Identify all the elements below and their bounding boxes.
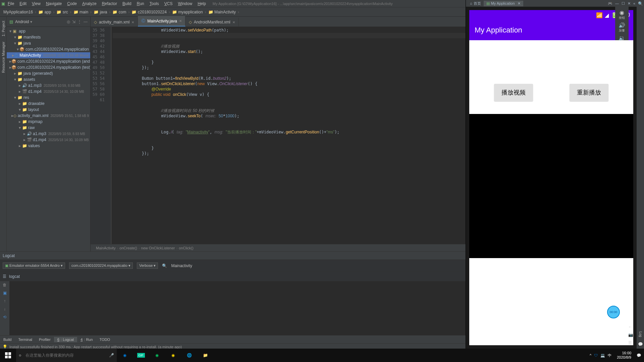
tree-node[interactable]: ▾📦com.c201801020224.myapplication [7,46,90,52]
breadcrumb-item[interactable]: 📁 java [93,10,108,14]
tree-node[interactable]: ▸📦com.c201801020224.myapplication (test) [7,64,90,70]
device-selector[interactable]: ▣ Emulator emulator-5554 Andro ▾ [3,262,65,269]
tray-chevron-icon[interactable]: ^ [590,353,591,357]
tree-node[interactable]: ▸📁java (generated) [7,70,90,76]
bottom-tab[interactable]: TODO [96,337,114,342]
taskbar-search[interactable]: ○ 🎤 [16,349,117,362]
bottom-tab[interactable]: 6: Logcat [54,337,77,342]
emu-tab-app[interactable]: ▤My Application✕ [484,1,523,6]
emu-max-icon[interactable]: ☐ [622,1,625,6]
tree-node[interactable]: ▾📁raw [7,125,90,131]
menu-help[interactable]: Help [195,1,209,7]
tree-node[interactable]: ▸📦com.c201801020224.myapplication (andro… [7,58,90,64]
editor-tab[interactable]: ◇AndroidManifest.xml✕ [185,18,239,26]
fold-gutter[interactable] [107,27,111,244]
crumb-item[interactable]: onClick() [177,246,195,250]
menu-edit[interactable]: Edit [17,1,29,7]
log-level-selector[interactable]: Verbose ▾ [137,262,158,269]
close-tab-icon[interactable]: ✕ [179,19,182,23]
start-button[interactable] [0,349,16,362]
project-tree[interactable]: ▾▣app▾📁manifests▾📁java▾📦com.c20180102022… [7,27,90,251]
bottom-tab[interactable]: Profiler [36,337,54,342]
log-tab[interactable]: Log [638,329,643,340]
close-tab-icon[interactable]: ✕ [518,1,521,6]
project-view-selector[interactable]: Android [15,19,29,24]
clear-log-icon[interactable]: 🗑 [3,283,7,287]
tree-node[interactable]: ▾📁layout [7,107,90,113]
video-view[interactable] [469,114,633,258]
tree-node[interactable]: ▸📁mipmap [7,119,90,125]
tree-node[interactable]: ▸🎬d1.mp42020/5/18 14:30, 10.09 MB [7,137,90,143]
notify-icon[interactable]: 💬 [638,342,643,347]
package-selector[interactable]: com.c201801020224.myapplicatio ▾ [69,262,133,269]
app-wechat[interactable]: ◉ [149,349,165,362]
emu-menu-icon[interactable]: ☰ [628,341,633,345]
menu-window[interactable]: Window [175,1,195,7]
app-chrome[interactable]: 🌐 [181,349,197,362]
phone-screen[interactable]: 📶 ◢ 🔋 2:40 My Application 播放视频 重新播放 00:0… [469,10,633,345]
up-icon[interactable]: ↑ [4,299,6,303]
tree-node[interactable]: ▾▣app [7,28,90,34]
tray-network-icon[interactable]: 💻 [600,353,605,358]
hide-icon[interactable]: — [84,19,88,24]
tree-node[interactable]: ▸🎬d1.mp42020/5/18 14:30, 10.09 MB [7,88,90,95]
tree-node[interactable]: ▾📁java [7,40,90,46]
restart-icon[interactable]: ⟲ [3,315,6,319]
tree-node[interactable]: ▸📁values [7,143,90,149]
breadcrumb-item[interactable]: 📁 c201801020224 [131,10,167,14]
logcat-filter-text[interactable]: Mainactivity [171,263,192,268]
breadcrumb-item[interactable]: 📁 MainActivity [208,10,236,14]
emu-close-icon[interactable]: ✕ [628,1,631,6]
menu-vcs[interactable]: VCS [162,1,175,7]
bottom-tab[interactable]: Build [0,337,15,342]
menu-tools[interactable]: Tools [147,1,162,7]
emu-tool-0[interactable]: ◉按钮 [616,9,627,20]
emu-more-icon[interactable]: « [633,1,635,6]
tree-node[interactable]: ▸🔊a1.mp32020/8/9 10:59, 8.93 MB [7,82,90,88]
editor-tab[interactable]: ◇activity_main.xml✕ [91,18,138,26]
breadcrumb-item[interactable]: 📁 main [73,10,89,14]
emu-tool-1[interactable]: 🔊加量 [616,22,627,33]
scroll-end-icon[interactable]: ▣ [3,291,7,295]
search-input[interactable] [25,353,109,358]
emu-tab-home[interactable]: ⌂首页 [467,0,484,7]
editor-tab[interactable]: ⒸMainActivity.java✕ [138,16,185,26]
menu-view[interactable]: View [29,1,43,7]
search-icon[interactable]: 🔍 [638,1,643,6]
breadcrumb-item[interactable]: 📁 src [56,10,68,14]
app-gif[interactable]: GIF [133,349,149,362]
menu-analyze[interactable]: Analyze [79,1,99,7]
crumb-item[interactable]: onCreate() [118,246,139,250]
app-potplayer[interactable]: ◉ [165,349,181,362]
resource-manager-tab[interactable]: Resource Manager [1,39,6,76]
breadcrumb-item[interactable]: 📁 myapplication [171,10,204,14]
menu-run[interactable]: Run [134,1,147,7]
logcat-tab[interactable]: logcat [9,274,20,279]
emu-camera-icon[interactable]: 📷 [628,333,633,337]
game-icon[interactable]: 🎮 [608,1,612,6]
project-tab[interactable]: 1: Project [1,18,6,39]
down-icon[interactable]: ↓ [4,307,6,311]
menu-build[interactable]: Build [120,1,134,7]
tree-node[interactable]: ▸📁drawable [7,101,90,107]
bottom-tab[interactable]: 4: Run [77,337,96,342]
filter-icon[interactable]: ☰ [3,274,6,279]
tree-node[interactable]: ▾📁res [7,95,90,101]
menu-file[interactable]: File [5,1,17,7]
tree-node[interactable]: ▸◇activity_main.xml2020/8/9 15:51, 1.58 … [7,113,90,119]
menu-navigate[interactable]: Navigate [43,1,64,7]
notification-icon[interactable]: 💬 [637,353,641,358]
play-video-button[interactable]: 播放视频 [494,84,533,101]
taskbar-clock[interactable]: 16:002020/8/9 [614,351,634,360]
tree-node[interactable]: ▾📁assets [7,76,90,82]
emu-min-icon[interactable]: — [615,1,619,6]
menu-code[interactable]: Code [64,1,79,7]
target-icon[interactable]: ◎ [67,19,70,24]
menu-refactor[interactable]: Refactor [99,1,120,7]
breadcrumb-item[interactable]: MyApplication16 [3,10,34,14]
tree-node[interactable]: ▸🔊a1.mp32020/8/9 10:59, 8.93 MB [7,131,90,137]
close-tab-icon[interactable]: ✕ [131,20,134,24]
settings-icon[interactable]: ⋮ [77,19,82,24]
app-explorer[interactable]: 📁 [197,349,213,362]
collapse-icon[interactable]: ⇲ [72,19,75,24]
